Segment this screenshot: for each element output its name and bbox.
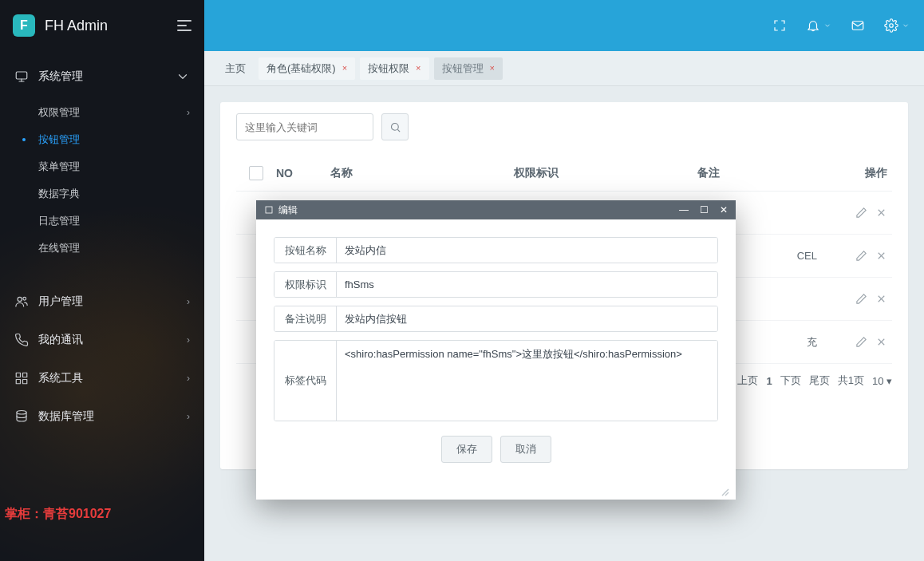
nav: 系统管理 权限管理 › 按钮管理 菜单管理 数据字典 日志管理 在线管理 xyxy=(0,51,204,436)
tab-close-icon[interactable]: × xyxy=(490,64,495,73)
tab-close-icon[interactable]: × xyxy=(342,64,347,73)
nav-sub-system: 权限管理 › 按钮管理 菜单管理 数据字典 日志管理 在线管理 xyxy=(0,96,204,268)
watermark-text: 掌柜：青苔901027 xyxy=(0,506,116,523)
modal-actions: 保存 取消 xyxy=(274,429,718,476)
edit-icon[interactable] xyxy=(855,336,867,348)
field-label: 权限标识 xyxy=(274,272,337,297)
nav-item-online[interactable]: 在线管理 xyxy=(0,235,204,262)
textarea-code[interactable] xyxy=(337,341,717,421)
sidebar: F FH Admin 系统管理 权限管理 › 按钮管理 菜单管理 xyxy=(0,0,204,561)
gear-icon xyxy=(884,18,898,33)
delete-icon[interactable] xyxy=(875,293,887,305)
chevron-right-icon: › xyxy=(187,334,190,346)
tabs-bar: 主页 角色(基础权限) × 按钮权限 × 按钮管理 × xyxy=(204,51,924,86)
topbar xyxy=(204,0,924,51)
collapse-sidebar-button[interactable] xyxy=(177,20,192,31)
settings-button[interactable] xyxy=(884,18,910,33)
tab-label: 主页 xyxy=(225,61,246,76)
tab-button-perm[interactable]: 按钮权限 × xyxy=(360,57,428,80)
nav-section-label: 系统管理 xyxy=(38,69,83,84)
svg-point-4 xyxy=(23,297,26,300)
delete-icon[interactable] xyxy=(875,250,887,262)
tab-close-icon[interactable]: × xyxy=(416,64,421,73)
select-all-checkbox[interactable] xyxy=(249,166,263,180)
nav-item-label: 日志管理 xyxy=(38,214,80,228)
edit-icon[interactable] xyxy=(855,207,867,219)
chevron-right-icon: › xyxy=(187,411,190,422)
notifications-button[interactable] xyxy=(806,18,831,33)
tab-label: 角色(基础权限) xyxy=(267,61,336,76)
monitor-icon xyxy=(14,69,29,84)
edit-icon[interactable] xyxy=(855,293,867,305)
minimize-button[interactable]: — xyxy=(679,205,689,215)
col-no: NO xyxy=(276,167,330,180)
chevron-right-icon: › xyxy=(187,107,190,118)
nav-item-label: 菜单管理 xyxy=(38,160,80,174)
search-input[interactable] xyxy=(236,113,373,140)
tab-label: 按钮管理 xyxy=(442,61,484,76)
nav-section-system[interactable]: 系统管理 xyxy=(0,57,204,96)
chevron-down-icon xyxy=(902,22,910,30)
modal-titlebar[interactable]: 编辑 — ☐ ✕ xyxy=(256,200,736,219)
nav-item-dict[interactable]: 数据字典 xyxy=(0,180,204,207)
window-icon xyxy=(264,205,274,215)
nav-section-contacts[interactable]: 我的通讯 › xyxy=(0,321,204,359)
database-icon xyxy=(14,409,29,424)
delete-icon[interactable] xyxy=(875,336,887,348)
svg-rect-6 xyxy=(23,373,27,377)
svg-line-13 xyxy=(397,129,400,132)
nav-item-log[interactable]: 日志管理 xyxy=(0,207,204,235)
cancel-button[interactable]: 取消 xyxy=(500,436,551,463)
bell-icon xyxy=(806,18,820,33)
nav-section-label: 我的通讯 xyxy=(38,333,83,347)
resize-handle[interactable] xyxy=(256,487,736,500)
pager-next[interactable]: 下页 xyxy=(780,373,801,388)
field-perm: 权限标识 xyxy=(274,271,718,298)
edit-icon[interactable] xyxy=(855,250,867,262)
pager-current: 1 xyxy=(766,375,772,387)
mail-icon xyxy=(851,18,865,33)
tab-role[interactable]: 角色(基础权限) × xyxy=(259,57,355,80)
pager-last[interactable]: 尾页 xyxy=(809,373,830,388)
tab-button-mgmt[interactable]: 按钮管理 × xyxy=(434,57,503,80)
svg-rect-5 xyxy=(16,373,20,377)
nav-section-tools[interactable]: 系统工具 › xyxy=(0,359,204,397)
col-perm: 权限标识 xyxy=(514,166,697,180)
delete-icon[interactable] xyxy=(875,207,887,219)
nav-item-button-mgmt[interactable]: 按钮管理 xyxy=(0,126,204,153)
chevron-down-icon xyxy=(176,69,190,84)
brand-logo: F xyxy=(13,14,35,37)
input-remark[interactable] xyxy=(337,306,717,331)
pager-prev[interactable]: 上页 xyxy=(737,373,758,388)
input-permission[interactable] xyxy=(337,272,717,297)
search-row xyxy=(236,113,892,140)
maximize-button[interactable]: ☐ xyxy=(700,205,709,215)
svg-rect-22 xyxy=(266,207,272,213)
svg-point-9 xyxy=(17,411,26,415)
field-label: 标签代码 xyxy=(274,341,337,421)
nav-section-db[interactable]: 数据库管理 › xyxy=(0,397,204,436)
nav-item-menu[interactable]: 菜单管理 xyxy=(0,153,204,180)
input-button-name[interactable] xyxy=(337,238,717,263)
fullscreen-button[interactable] xyxy=(772,18,787,33)
nav-section-label: 数据库管理 xyxy=(38,409,94,424)
nav-item-label: 在线管理 xyxy=(38,241,80,255)
close-button[interactable]: ✕ xyxy=(720,205,728,215)
svg-point-11 xyxy=(890,24,894,28)
nav-item-perm[interactable]: 权限管理 › xyxy=(0,99,204,126)
brand-bar: F FH Admin xyxy=(0,0,204,51)
tab-label: 按钮权限 xyxy=(368,61,409,76)
search-icon xyxy=(389,121,401,133)
brand-title: FH Admin xyxy=(45,18,108,34)
field-label: 按钮名称 xyxy=(274,238,337,263)
field-name: 按钮名称 xyxy=(274,237,718,263)
mail-button[interactable] xyxy=(851,18,865,33)
users-icon xyxy=(14,294,29,309)
tab-home[interactable]: 主页 xyxy=(217,57,254,80)
pager-size-select[interactable]: 10 xyxy=(872,375,892,387)
svg-rect-10 xyxy=(852,22,863,30)
save-button[interactable]: 保存 xyxy=(441,436,492,463)
chevron-right-icon: › xyxy=(187,296,190,307)
search-button[interactable] xyxy=(381,113,409,140)
nav-section-users[interactable]: 用户管理 › xyxy=(0,282,204,321)
